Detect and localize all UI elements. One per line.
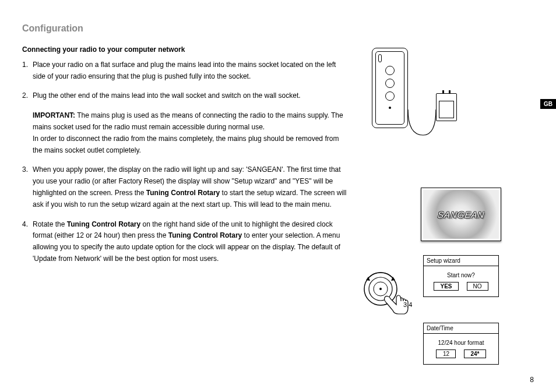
step-3: 3. When you apply power, the display on … [22,164,349,210]
manual-page: Configuration Connecting your radio to y… [0,0,556,392]
tuning-control-rotary-label: Tuning Control Rotary [146,189,220,197]
tuning-control-rotary-label: Tuning Control Rotary [67,220,140,228]
important-text: The mains plug is used as the means of c… [33,111,343,131]
prong-icon [449,90,451,94]
knob-icon [385,91,395,101]
rotary-illustration: 3,4 [360,269,410,319]
screen-gradient: SANGEAN [423,190,499,239]
rotary-step-label: 3,4 [403,301,412,308]
step-text-part: Rotate the [33,220,67,228]
step-text: Rotate the Tuning Control Rotary on the … [33,219,349,265]
prong-icon [442,90,444,94]
step-text: When you apply power, the display on the… [33,164,349,210]
language-tab-gb: GB [540,99,556,109]
setup-wizard-screen: Setup wizard Start now? YES NO [423,255,499,297]
step-number: 2. [22,90,33,102]
knob-icon [385,79,395,88]
instruction-column: Connecting your radio to your computer n… [22,44,349,273]
screen-options: 12 24* [424,349,498,364]
step-text: Place your radio on a flat surface and p… [33,59,349,83]
step-number: 3. [22,164,33,210]
important-block: IMPORTANT: The mains plug is used as the… [33,110,349,156]
page-number: 8 [530,376,534,384]
splash-screen-illustration: SANGEAN [421,188,501,241]
sangean-logo: SANGEAN [437,210,485,220]
step-1: 1. Place your radio on a flat surface an… [22,59,349,83]
radio-illustration [372,48,471,135]
sub-heading: Connecting your radio to your computer n… [22,44,349,56]
step-2: 2. Plug the other end of the mains lead … [22,90,349,102]
antenna-icon [378,54,382,62]
option-24h: 24* [464,349,485,358]
option-12h: 12 [436,349,456,358]
knob-icon [385,66,395,75]
screen-prompt: Start now? [424,266,498,282]
svg-point-3 [379,288,382,290]
page-heading: Configuration [22,23,534,34]
option-yes: YES [434,282,458,291]
option-no: NO [467,282,488,291]
step-number: 4. [22,219,33,265]
important-text-2: In order to disconnect the radio from th… [33,133,349,157]
screen-options: YES NO [424,282,498,296]
datetime-screen: Date/Time 12/24 hour format 12 24* [423,323,499,365]
important-label: IMPORTANT: [33,111,75,119]
screen-title: Date/Time [424,323,498,334]
knob-dot-icon [389,107,391,109]
tuning-control-rotary-label: Tuning Control Rotary [168,231,242,239]
step-number: 1. [22,59,33,83]
step-text: Plug the other end of the mains lead int… [33,90,349,102]
step-4: 4. Rotate the Tuning Control Rotary on t… [22,219,349,265]
charger-icon [436,93,457,121]
charger-inner [439,101,454,118]
screen-title: Setup wizard [424,256,498,266]
screen-prompt: 12/24 hour format [424,334,498,349]
